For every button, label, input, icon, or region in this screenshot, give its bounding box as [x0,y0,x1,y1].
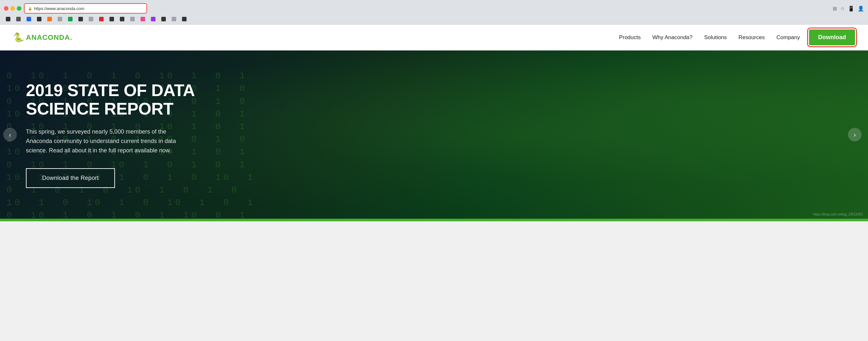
bookmark-item[interactable] [56,16,64,22]
nav-link-resources[interactable]: Resources [739,34,765,41]
maximize-window-button[interactable] [17,6,21,11]
bookmark-favicon [47,17,52,21]
bookmark-item[interactable] [138,16,147,22]
address-bar[interactable]: 🔒 https://www.anaconda.com [24,3,147,13]
logo-text: ANACONDA. [26,33,72,42]
bookmark-favicon [37,17,41,21]
close-window-button[interactable] [4,6,8,11]
bookmark-item[interactable] [45,16,54,22]
bookmark-favicon [6,17,10,21]
phone-icon[interactable]: 📱 [848,5,855,12]
carousel-prev-button[interactable]: ‹ [3,128,17,141]
bookmark-star-icon[interactable]: ☆ [840,5,845,12]
bookmark-item[interactable] [170,16,178,22]
bookmark-favicon [99,17,104,21]
bookmark-favicon [141,17,145,21]
bookmark-item[interactable] [14,16,23,22]
hero-title: 2019 STATE OF DATA SCIENCE REPORT [26,81,195,118]
bookmark-favicon [68,17,72,21]
bookmark-item[interactable] [159,16,168,22]
browser-chrome: 🔒 https://www.anaconda.com ⊞ ☆ 📱 👤 [0,0,868,14]
url-text: https://www.anaconda.com [34,6,143,11]
nav-link-company[interactable]: Company [776,34,800,41]
bookmark-favicon [130,17,135,21]
bookmark-item[interactable] [118,16,126,22]
nav-link-products[interactable]: Products [619,34,641,41]
bookmarks-bar [0,14,868,25]
anaconda-logo[interactable]: 🐍 ANACONDA. [13,32,72,43]
bookmark-favicon [110,17,114,21]
website-content: 🐍 ANACONDA. Products Why Anaconda? Solut… [0,25,868,221]
bookmark-favicon [120,17,124,21]
bookmark-item[interactable] [149,16,157,22]
bookmark-favicon [151,17,155,21]
nav-links: Products Why Anaconda? Solutions Resourc… [619,34,800,41]
nav-link-solutions[interactable]: Solutions [704,34,727,41]
bookmark-favicon [89,17,93,21]
profile-icon[interactable]: 👤 [858,5,864,12]
bookmark-favicon [182,17,187,21]
hero-description: This spring, we surveyed nearly 5,000 me… [26,127,188,155]
bookmark-favicon [27,17,31,21]
bookmark-item[interactable] [35,16,43,22]
bookmark-favicon [161,17,166,21]
attribution-text: https://blog.csdn.net/qq_23518283 [813,212,863,216]
bookmark-favicon [16,17,21,21]
bookmark-item[interactable] [128,16,137,22]
minimize-window-button[interactable] [10,6,15,11]
hero-section: 0 10 1 0 1 0 10 1 0 1 10 1 0 1 0 1 0 10 … [0,50,868,219]
bookmark-item[interactable] [180,16,188,22]
nav-link-why-anaconda[interactable]: Why Anaconda? [652,34,692,41]
download-report-button[interactable]: Download the Report [26,168,115,188]
bookmark-item[interactable] [4,16,12,22]
carousel-next-button[interactable]: › [848,128,862,141]
green-accent-bar [0,219,868,221]
nav-download-button[interactable]: Download [809,29,855,45]
bookmark-favicon [79,17,83,21]
hero-content: 2019 STATE OF DATA SCIENCE REPORT This s… [0,62,221,207]
translate-icon[interactable]: ⊞ [833,5,837,12]
bookmark-item[interactable] [25,16,33,22]
anaconda-logo-icon: 🐍 [13,32,25,43]
navigation: 🐍 ANACONDA. Products Why Anaconda? Solut… [0,25,868,50]
browser-window-controls [4,6,21,11]
bookmark-item[interactable] [97,16,105,22]
bookmark-item[interactable] [66,16,74,22]
browser-toolbar-icons: ⊞ ☆ 📱 👤 [833,5,864,12]
bookmark-item[interactable] [76,16,85,22]
bookmark-favicon [172,17,176,21]
bookmark-favicon [58,17,62,21]
lock-icon: 🔒 [28,6,32,11]
hero-title-text: 2019 STATE OF DATA SCIENCE REPORT [26,81,195,118]
bookmark-item[interactable] [87,16,95,22]
bookmark-item[interactable] [107,16,116,22]
